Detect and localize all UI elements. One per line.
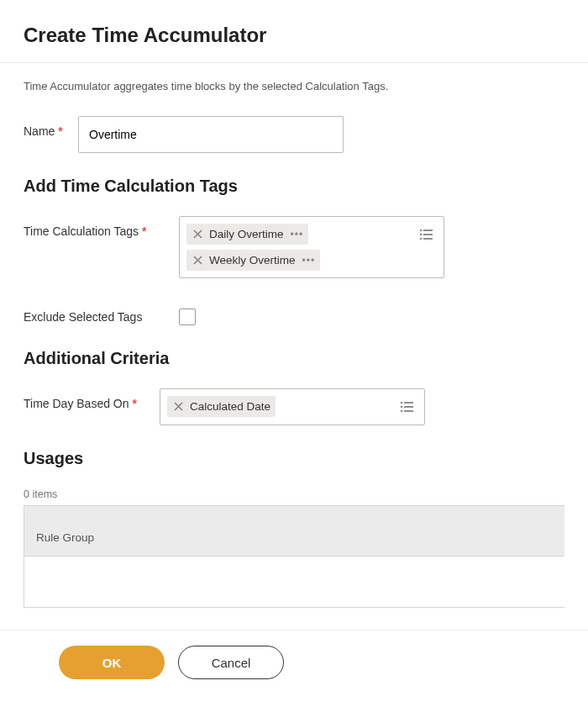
ok-button[interactable]: OK	[59, 646, 165, 679]
table-header: Rule Group	[24, 506, 564, 557]
tag-chip: Weekly Overtime •••	[186, 250, 320, 271]
svg-rect-3	[423, 234, 433, 235]
svg-point-10	[401, 410, 403, 413]
tag-chip-label: Daily Overtime	[209, 228, 284, 240]
list-picker-icon[interactable]	[418, 227, 433, 242]
remove-tag-icon[interactable]	[192, 229, 203, 240]
time-based-field-row: Time Day Based On* Calculated Date	[24, 388, 564, 425]
time-based-chip-label: Calculated Date	[190, 400, 270, 413]
name-field-row: Name*	[24, 116, 564, 153]
usages-table: Rule Group	[24, 505, 564, 608]
tag-more-icon[interactable]: •••	[291, 229, 304, 240]
time-based-chip: Calculated Date	[167, 396, 276, 417]
column-header: Rule Group	[36, 531, 94, 544]
page-title: Create Time Accumulator	[24, 24, 564, 47]
additional-criteria-heading: Additional Criteria	[24, 349, 564, 368]
list-picker-icon[interactable]	[399, 399, 414, 414]
tag-chip: Daily Overtime •••	[186, 224, 308, 245]
page-description: Time Accumulator aggregates time blocks …	[24, 80, 564, 92]
tags-multiselect[interactable]: Daily Overtime ••• Weekly Overtime •••	[179, 216, 444, 278]
svg-rect-9	[404, 406, 413, 408]
svg-rect-11	[404, 410, 413, 412]
usages-heading: Usages	[24, 449, 564, 468]
svg-point-4	[420, 238, 423, 240]
svg-rect-5	[423, 238, 433, 240]
name-label: Name*	[24, 116, 78, 138]
svg-rect-7	[404, 402, 413, 404]
add-tags-heading: Add Time Calculation Tags	[24, 177, 564, 196]
time-based-label: Time Day Based On*	[24, 388, 160, 410]
remove-tag-icon[interactable]	[192, 255, 203, 266]
tag-chip-label: Weekly Overtime	[209, 254, 296, 266]
table-body-empty	[24, 557, 564, 607]
svg-rect-1	[423, 229, 433, 231]
time-based-multiselect[interactable]: Calculated Date	[160, 388, 425, 425]
name-input[interactable]	[78, 116, 344, 153]
footer-actions: OK Cancel	[0, 630, 588, 694]
cancel-button[interactable]: Cancel	[178, 646, 284, 679]
svg-point-0	[420, 229, 423, 232]
usages-count: 0 items	[24, 488, 564, 500]
tags-field-row: Time Calculation Tags* Daily Overtime ••…	[24, 216, 564, 278]
svg-point-8	[401, 406, 403, 409]
exclude-label: Exclude Selected Tags	[24, 302, 179, 324]
svg-point-2	[420, 234, 423, 236]
remove-time-based-icon[interactable]	[172, 401, 184, 413]
tag-more-icon[interactable]: •••	[302, 255, 316, 266]
tags-label: Time Calculation Tags*	[24, 216, 179, 238]
svg-point-6	[401, 402, 403, 404]
exclude-checkbox[interactable]	[179, 309, 196, 325]
exclude-field-row: Exclude Selected Tags	[24, 302, 564, 325]
